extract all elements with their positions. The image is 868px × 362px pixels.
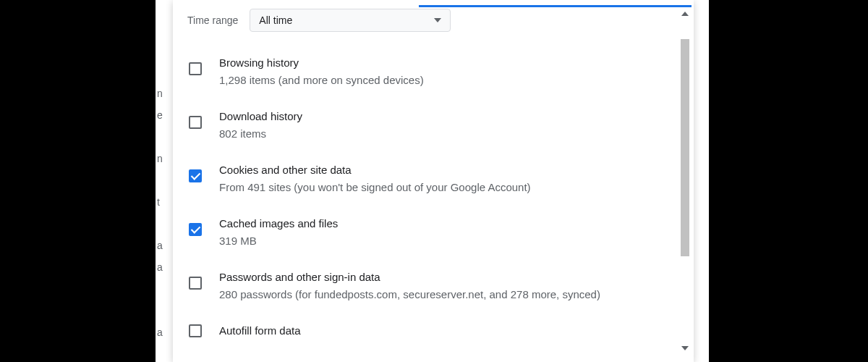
clear-browsing-data-dialog: Time range All time Browsing history 1,2… xyxy=(173,0,694,362)
option-browsing-history: Browsing history 1,298 items (and more o… xyxy=(186,45,679,98)
option-desc: 1,298 items (and more on synced devices) xyxy=(219,72,673,88)
options-scroll-area: Browsing history 1,298 items (and more o… xyxy=(173,39,679,362)
option-desc: 319 MB xyxy=(219,233,673,249)
option-desc: From 491 sites (you won't be signed out … xyxy=(219,180,673,195)
option-download-history: Download history 802 items xyxy=(186,98,679,152)
checkbox-cookies[interactable] xyxy=(189,169,202,182)
option-desc: 802 items xyxy=(219,126,673,142)
checkbox-autofill[interactable] xyxy=(189,324,202,337)
scroll-down-icon[interactable] xyxy=(681,346,689,350)
options-list: Browsing history 1,298 items (and more o… xyxy=(173,39,679,339)
chevron-down-icon xyxy=(434,18,441,22)
scroll-up-icon[interactable] xyxy=(681,12,689,16)
checkbox-passwords[interactable] xyxy=(189,277,202,290)
option-cookies: Cookies and other site data From 491 sit… xyxy=(186,152,679,206)
time-range-value: All time xyxy=(259,14,292,26)
time-range-dropdown[interactable]: All time xyxy=(250,9,451,32)
active-tab-indicator xyxy=(419,5,692,7)
option-title: Cookies and other site data xyxy=(219,162,673,178)
checkbox-cached-images[interactable] xyxy=(189,223,202,236)
option-passwords: Passwords and other sign-in data 280 pas… xyxy=(186,259,679,313)
checkbox-download-history[interactable] xyxy=(189,116,202,129)
scrollbar-thumb[interactable] xyxy=(681,39,689,256)
option-title: Autofill form data xyxy=(219,323,673,339)
checkbox-browsing-history[interactable] xyxy=(189,62,202,75)
option-title: Passwords and other sign-in data xyxy=(219,269,673,285)
scrollbar xyxy=(679,7,691,355)
time-range-label: Time range xyxy=(187,14,238,26)
option-cached-images: Cached images and files 319 MB xyxy=(186,206,679,259)
option-title: Cached images and files xyxy=(219,216,673,232)
option-title: Browsing history xyxy=(219,55,673,71)
option-desc: 280 passwords (for fundedposts.com, secu… xyxy=(219,287,673,303)
option-autofill: Autofill form data xyxy=(186,313,679,339)
option-title: Download history xyxy=(219,109,673,125)
